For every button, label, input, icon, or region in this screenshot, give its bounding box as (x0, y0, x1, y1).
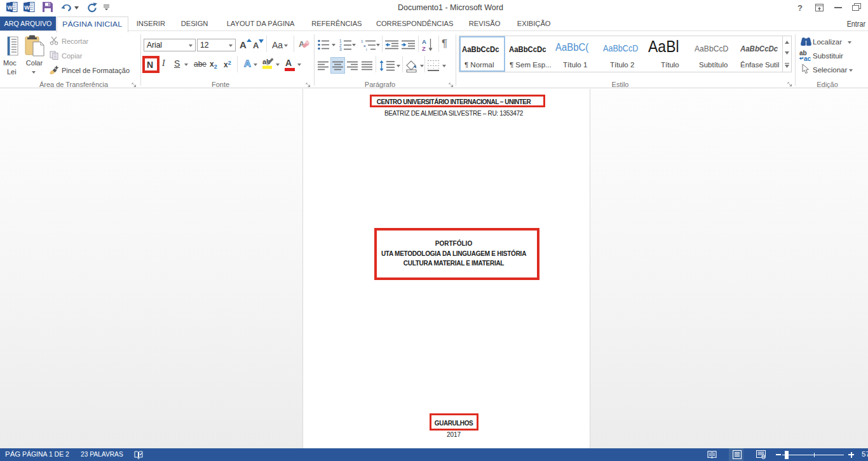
svg-text:a: a (363, 44, 366, 48)
svg-text:3: 3 (339, 47, 342, 51)
svg-text:1: 1 (361, 39, 363, 43)
svg-text:W: W (7, 4, 13, 11)
svg-text:A: A (422, 38, 426, 45)
svg-text:ac: ac (804, 55, 811, 62)
svg-text:?: ? (797, 4, 803, 12)
svg-text:Z: Z (422, 45, 426, 51)
svg-text:i: i (366, 48, 367, 51)
svg-text:W: W (24, 4, 30, 11)
